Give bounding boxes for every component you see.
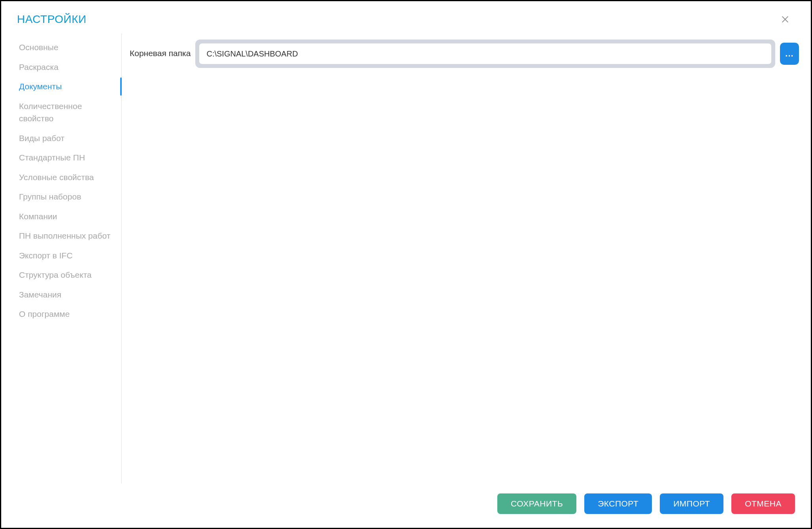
sidebar-item-object-structure[interactable]: Структура объекта — [13, 265, 121, 285]
sidebar-item-set-groups[interactable]: Группы наборов — [13, 187, 121, 207]
root-folder-input-wrapper — [195, 40, 775, 68]
dialog-header: НАСТРОЙКИ — [1, 1, 811, 34]
sidebar-item-documents[interactable]: Документы — [13, 77, 121, 96]
close-button[interactable] — [779, 13, 791, 25]
sidebar-item-about[interactable]: О программе — [13, 304, 121, 324]
root-folder-input[interactable] — [199, 43, 771, 64]
settings-dialog: НАСТРОЙКИ Основные Раскраска Документы К… — [0, 0, 812, 529]
export-button[interactable]: ЭКСПОРТ — [584, 493, 652, 514]
sidebar-item-completed-work-pn[interactable]: ПН выполненных работ — [13, 226, 121, 246]
sidebar-item-companies[interactable]: Компании — [13, 207, 121, 226]
browse-button[interactable]: ... — [780, 43, 799, 65]
sidebar-item-main[interactable]: Основные — [13, 38, 121, 57]
sidebar-item-remarks[interactable]: Замечания — [13, 285, 121, 305]
settings-content: Корневая папка ... — [122, 34, 799, 484]
settings-sidebar: Основные Раскраска Документы Количествен… — [13, 34, 122, 484]
dialog-footer: СОХРАНИТЬ ЭКСПОРТ ИМПОРТ ОТМЕНА — [1, 484, 811, 528]
save-button[interactable]: СОХРАНИТЬ — [497, 493, 576, 514]
dialog-body: Основные Раскраска Документы Количествен… — [1, 34, 811, 484]
sidebar-item-export-ifc[interactable]: Экспорт в IFC — [13, 246, 121, 265]
sidebar-item-quantity-property[interactable]: Количественное свойство — [13, 96, 121, 128]
import-button[interactable]: ИМПОРТ — [660, 493, 723, 514]
sidebar-item-coloring[interactable]: Раскраска — [13, 57, 121, 77]
sidebar-item-conditional-properties[interactable]: Условные свойства — [13, 168, 121, 187]
dialog-title: НАСТРОЙКИ — [17, 13, 87, 26]
root-folder-label: Корневая папка — [130, 49, 191, 59]
cancel-button[interactable]: ОТМЕНА — [731, 493, 795, 514]
sidebar-item-work-types[interactable]: Виды работ — [13, 128, 121, 148]
root-folder-row: Корневая папка ... — [130, 40, 799, 68]
sidebar-item-standard-pn[interactable]: Стандартные ПН — [13, 148, 121, 168]
close-icon — [781, 15, 789, 24]
